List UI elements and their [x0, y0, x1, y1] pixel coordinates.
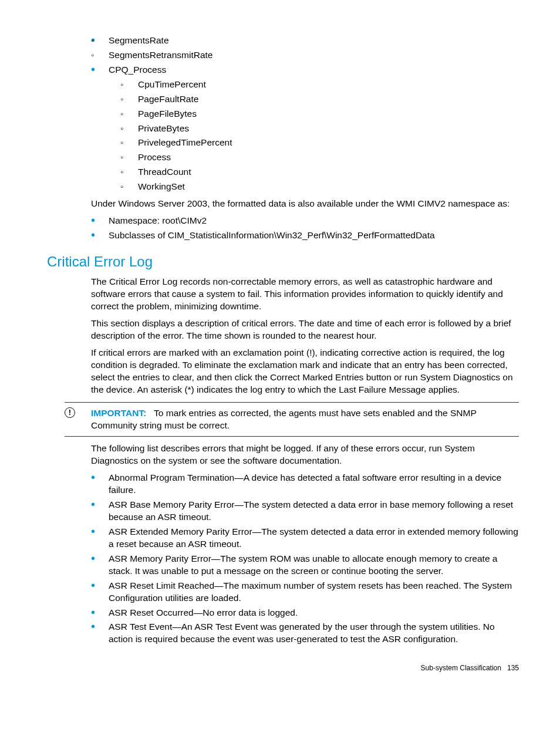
body-paragraph: The following list describes errors that…: [91, 443, 519, 467]
item-text: ASR Extended Memory Parity Error—The sys…: [109, 526, 518, 549]
list-item: PageFileBytes: [120, 108, 519, 120]
footer-section-label: Sub-system Classification: [421, 664, 501, 672]
item-text: ASR Reset Occurred—No error data is logg…: [109, 607, 298, 617]
cpq-sublist: CpuTimePercent PageFaultRate PageFileByt…: [120, 79, 519, 193]
list-item: ThreadCount: [120, 166, 519, 178]
item-text: Process: [138, 152, 171, 162]
item-text: PageFaultRate: [138, 94, 198, 104]
item-text: SegmentsRetransmitRate: [109, 50, 212, 60]
list-item: Process: [120, 151, 519, 164]
page-number: 135: [507, 664, 519, 672]
section-heading-critical-error-log: Critical Error Log: [47, 252, 519, 271]
item-text: PrivelegedTimePercent: [138, 137, 232, 147]
item-text: PrivateBytes: [138, 123, 189, 133]
list-item: PageFaultRate: [120, 93, 519, 106]
list-item: ASR Reset Limit Reached—The maximum numb…: [91, 580, 519, 605]
list-item: ASR Test Event—An ASR Test Event was gen…: [91, 621, 519, 646]
item-text: Namespace: root\CIMv2: [109, 215, 207, 225]
list-item: SegmentsRetransmitRate: [91, 49, 519, 62]
list-item: CPQ_Process CpuTimePercent PageFaultRate…: [91, 64, 519, 193]
item-text: ASR Reset Limit Reached—The maximum numb…: [109, 580, 512, 603]
list-item: PrivelegedTimePercent: [120, 137, 519, 149]
item-text: SegmentsRate: [109, 35, 169, 45]
list-item: ASR Memory Parity Error—The system ROM w…: [91, 553, 519, 578]
list-item: Subclasses of CIM_StatisticalInformation…: [91, 229, 519, 242]
item-text: CPQ_Process: [109, 65, 166, 75]
top-continued-list: • SegmentsRate SegmentsRetransmitRate: [91, 35, 519, 62]
item-text: ASR Memory Parity Error—The system ROM w…: [109, 553, 497, 576]
cpq-list: CPQ_Process CpuTimePercent PageFaultRate…: [91, 64, 519, 193]
list-item: CpuTimePercent: [120, 79, 519, 91]
error-list: Abnormal Program Termination—A device ha…: [91, 472, 519, 646]
body-paragraph: If critical errors are marked with an ex…: [91, 347, 519, 396]
wmi-list: Namespace: root\CIMv2 Subclasses of CIM_…: [91, 215, 519, 242]
item-text: Abnormal Program Termination—A device ha…: [109, 472, 501, 495]
list-item: ASR Base Memory Parity Error—The system …: [91, 499, 519, 524]
item-text: ASR Test Event—An ASR Test Event was gen…: [109, 622, 495, 644]
item-text: PageFileBytes: [138, 109, 197, 119]
document-page: • SegmentsRate SegmentsRetransmitRate CP…: [0, 0, 560, 696]
list-item: ASR Extended Memory Parity Error—The sys…: [91, 526, 519, 551]
important-note: ! IMPORTANT: To mark entries as correcte…: [65, 402, 519, 437]
important-text: To mark entries as corrected, the agents…: [91, 408, 476, 430]
note-content: IMPORTANT: To mark entries as corrected,…: [91, 407, 519, 432]
list-item: ASR Reset Occurred—No error data is logg…: [91, 607, 519, 619]
item-text: CpuTimePercent: [138, 79, 206, 89]
item-text: ASR Base Memory Parity Error—The system …: [109, 499, 513, 522]
page-footer: Sub-system Classification 135: [47, 663, 519, 673]
body-paragraph: The Critical Error Log records non-corre…: [91, 276, 519, 313]
wmi-paragraph: Under Windows Server 2003, the formatted…: [91, 198, 519, 210]
important-label: IMPORTANT:: [91, 408, 146, 418]
item-text: ThreadCount: [138, 167, 191, 177]
item-text: Subclasses of CIM_StatisticalInformation…: [109, 230, 435, 240]
list-item: PrivateBytes: [120, 123, 519, 135]
item-text: WorkingSet: [138, 181, 185, 191]
list-item: Abnormal Program Termination—A device ha…: [91, 472, 519, 497]
list-item: Namespace: root\CIMv2: [91, 215, 519, 227]
list-item: WorkingSet: [120, 181, 519, 193]
alert-icon: !: [65, 407, 75, 418]
list-item: SegmentsRate: [91, 35, 519, 47]
body-paragraph: This section displays a description of c…: [91, 318, 519, 342]
